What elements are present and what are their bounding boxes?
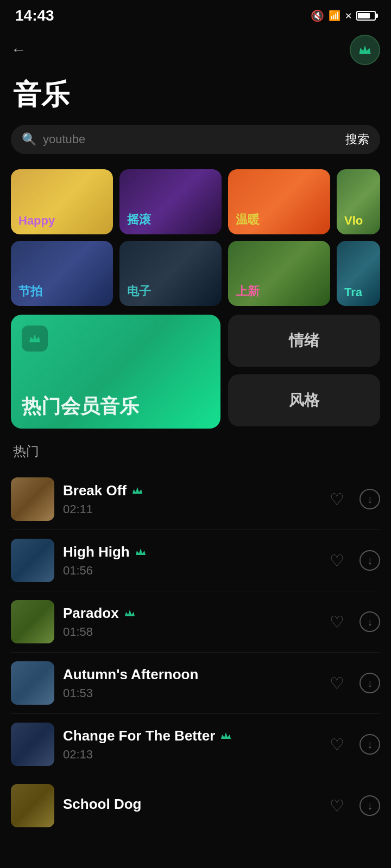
- heart-icon: ♡: [330, 490, 344, 509]
- music-item-autumns-afternoon[interactable]: Autumn's Afternoon 01:53 ♡ ↓: [11, 653, 380, 714]
- music-duration-autumns-afternoon: 01:53: [63, 686, 316, 700]
- music-title-row: Break Off: [63, 482, 316, 499]
- heart-icon: ♡: [330, 796, 344, 815]
- crown-avatar[interactable]: [350, 35, 380, 65]
- feature-main-title: 热门会员音乐: [22, 394, 210, 418]
- like-button-change-for-the-better[interactable]: ♡: [325, 732, 349, 756]
- download-icon: ↓: [367, 554, 373, 567]
- search-bar[interactable]: 🔍 搜索: [11, 125, 380, 154]
- crown-badge-high-high: [134, 545, 147, 558]
- music-name-paradox: Paradox: [63, 605, 119, 622]
- back-button[interactable]: ←: [11, 41, 26, 59]
- download-icon: ↓: [367, 738, 373, 751]
- crown-badge-break-off: [131, 484, 144, 497]
- music-info-paradox: Paradox 01:58: [63, 605, 316, 639]
- crown-badge-paradox: [123, 607, 136, 620]
- heart-icon: ♡: [330, 612, 344, 631]
- search-button[interactable]: 搜索: [345, 131, 369, 148]
- crown-icon: [357, 42, 373, 58]
- like-button-autumns-afternoon[interactable]: ♡: [325, 671, 349, 695]
- download-button-change-for-the-better[interactable]: ↓: [360, 734, 380, 755]
- music-item-paradox[interactable]: Paradox 01:58 ♡ ↓: [11, 591, 380, 653]
- category-vlog-label: Vlo: [344, 214, 363, 228]
- music-actions-change-for-the-better: ♡ ↓: [325, 732, 380, 756]
- like-button-break-off[interactable]: ♡: [325, 487, 349, 511]
- feature-style-card[interactable]: 风格: [228, 374, 380, 426]
- like-button-high-high[interactable]: ♡: [325, 548, 349, 572]
- category-happy-label: Happy: [18, 214, 55, 228]
- music-actions-high-high: ♡ ↓: [325, 548, 380, 572]
- category-vlog[interactable]: Vlo: [337, 169, 380, 234]
- music-actions-paradox: ♡ ↓: [325, 610, 380, 634]
- signal-icon: ✕: [345, 11, 352, 21]
- search-input[interactable]: [43, 132, 339, 146]
- music-name-autumns-afternoon: Autumn's Afternoon: [63, 666, 198, 683]
- category-rock-label: 摇滚: [127, 212, 151, 228]
- category-new[interactable]: 上新: [228, 241, 330, 306]
- category-tra[interactable]: Tra: [337, 241, 380, 306]
- category-tra-label: Tra: [344, 285, 362, 299]
- download-icon: ↓: [367, 800, 373, 812]
- category-rock[interactable]: 摇滚: [119, 169, 222, 234]
- crown-badge-change-for-the-better: [219, 729, 232, 742]
- header-nav: ←: [0, 29, 391, 71]
- search-icon: 🔍: [22, 132, 36, 146]
- music-info-high-high: High High 01:56: [63, 544, 316, 578]
- category-warm[interactable]: 温暖: [228, 169, 330, 234]
- page-title: 音乐: [0, 71, 391, 125]
- feature-section: 热门会员音乐 情绪 风格: [0, 306, 391, 437]
- feature-mood-card[interactable]: 情绪: [228, 315, 380, 367]
- music-duration-break-off: 02:11: [63, 502, 316, 516]
- battery-icon: [356, 11, 376, 21]
- download-button-break-off[interactable]: ↓: [360, 489, 380, 509]
- music-thumb-autumns-afternoon: [11, 661, 54, 705]
- music-info-break-off: Break Off 02:11: [63, 482, 316, 516]
- music-thumb-school-dog: [11, 784, 54, 827]
- category-beat-label: 节拍: [18, 283, 42, 299]
- download-button-high-high[interactable]: ↓: [360, 550, 380, 571]
- heart-icon: ♡: [330, 551, 344, 570]
- category-grid-row1: Happy 摇滚 温暖 Vlo: [0, 169, 391, 234]
- hot-section-label: 热门: [0, 437, 391, 469]
- status-icons: 🔇 📶 ✕: [311, 9, 376, 22]
- heart-icon: ♡: [330, 735, 344, 754]
- music-thumb-break-off: [11, 477, 54, 521]
- feature-side-cards: 情绪 风格: [228, 315, 380, 429]
- download-button-school-dog[interactable]: ↓: [360, 795, 380, 816]
- download-button-autumns-afternoon[interactable]: ↓: [360, 673, 380, 693]
- download-icon: ↓: [367, 616, 373, 628]
- category-electronic[interactable]: 电子: [119, 241, 222, 306]
- mute-icon: 🔇: [311, 9, 324, 22]
- like-button-school-dog[interactable]: ♡: [325, 794, 349, 818]
- music-info-autumns-afternoon: Autumn's Afternoon 01:53: [63, 666, 316, 700]
- feature-crown-icon: [22, 326, 48, 352]
- music-name-break-off: Break Off: [63, 482, 127, 499]
- like-button-paradox[interactable]: ♡: [325, 610, 349, 634]
- music-duration-change-for-the-better: 02:13: [63, 748, 316, 762]
- feature-main-card[interactable]: 热门会员音乐: [11, 315, 220, 429]
- category-new-label: 上新: [236, 283, 260, 299]
- music-item-high-high[interactable]: High High 01:56 ♡ ↓: [11, 530, 380, 591]
- wifi-icon: 📶: [329, 10, 340, 22]
- category-electronic-label: 电子: [127, 283, 151, 299]
- download-button-paradox[interactable]: ↓: [360, 611, 380, 632]
- music-thumb-high-high: [11, 539, 54, 582]
- music-actions-break-off: ♡ ↓: [325, 487, 380, 511]
- music-info-school-dog: School Dog: [63, 796, 316, 816]
- music-item-school-dog[interactable]: School Dog ♡ ↓: [11, 775, 380, 836]
- category-happy[interactable]: Happy: [11, 169, 113, 234]
- music-actions-autumns-afternoon: ♡ ↓: [325, 671, 380, 695]
- music-name-change-for-the-better: Change For The Better: [63, 727, 215, 744]
- music-item-change-for-the-better[interactable]: Change For The Better 02:13 ♡ ↓: [11, 714, 380, 775]
- music-thumb-paradox: [11, 600, 54, 643]
- music-name-school-dog: School Dog: [63, 796, 141, 813]
- music-list: Break Off 02:11 ♡ ↓ High High: [0, 469, 391, 836]
- status-bar: 14:43 🔇 📶 ✕: [0, 0, 391, 29]
- download-icon: ↓: [367, 677, 373, 690]
- scroll-hint: [0, 836, 391, 868]
- music-item-break-off[interactable]: Break Off 02:11 ♡ ↓: [11, 469, 380, 530]
- category-beat[interactable]: 节拍: [11, 241, 113, 306]
- music-thumb-change-for-the-better: [11, 723, 54, 766]
- category-grid-row2: 节拍 电子 上新 Tra: [0, 241, 391, 306]
- category-warm-label: 温暖: [236, 212, 260, 228]
